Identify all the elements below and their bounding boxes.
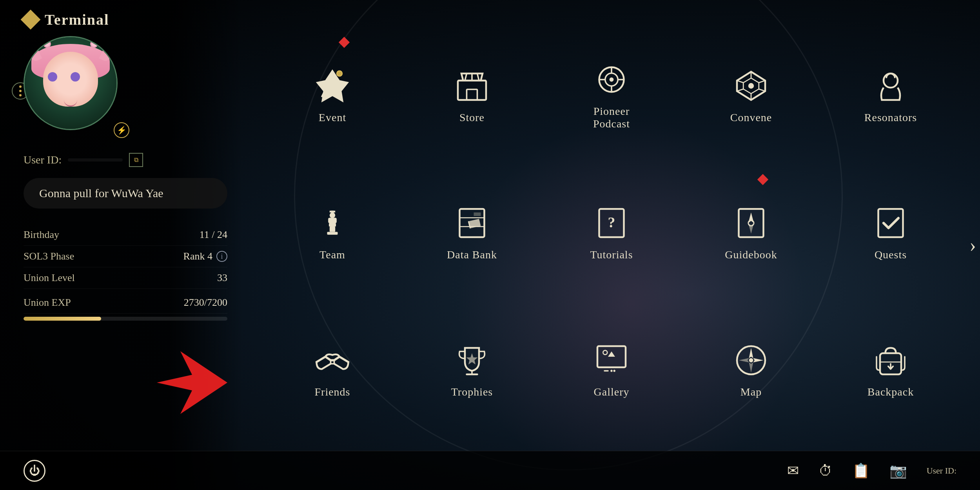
svg-rect-28	[329, 223, 336, 227]
exp-bar-fill	[24, 317, 101, 321]
data-bank-label: Data Bank	[447, 249, 497, 261]
stats-section: Birthday 11 / 24 SOL3 Phase Rank 4 i Uni…	[24, 224, 227, 321]
user-id-bottom-label: User ID:	[927, 466, 956, 476]
status-message: Gonna pull for WuWa Yae	[24, 178, 227, 209]
bottom-icons: ✉ ⏱ 📋 📷 User ID:	[787, 463, 956, 479]
svg-point-2	[337, 71, 342, 76]
birthday-value: 11 / 24	[200, 229, 227, 241]
menu-item-pioneer-podcast[interactable]: Pioneer Podcast	[546, 31, 677, 161]
power-button[interactable]: ⏻	[24, 460, 45, 482]
camera-icon: 📷	[889, 463, 907, 479]
store-icon	[454, 68, 490, 103]
data-bank-icon	[454, 205, 490, 241]
menu-item-trophies[interactable]: Trophies	[406, 306, 538, 435]
guidebook-icon	[733, 205, 769, 241]
guidebook-label: Guidebook	[725, 249, 777, 261]
menu-grid: Event Store	[259, 24, 964, 443]
tutorials-icon: ?	[594, 205, 629, 241]
resonators-icon	[873, 68, 908, 103]
avatar-badge[interactable]: ⚡	[114, 122, 129, 138]
union-exp-row: Union EXP 2730/7200	[24, 292, 227, 314]
menu-item-quests[interactable]: Quests	[825, 169, 956, 298]
menu-item-resonators[interactable]: Resonators	[825, 31, 956, 161]
union-level-label: Union Level	[24, 272, 75, 284]
terminal-diamond-icon	[21, 10, 41, 30]
svg-point-24	[748, 83, 754, 89]
event-icon	[315, 68, 350, 103]
birthday-label: Birthday	[24, 229, 59, 241]
clock-icon: ⏱	[818, 463, 833, 479]
user-id-value	[68, 158, 123, 162]
quests-icon	[873, 205, 908, 241]
menu-item-team[interactable]: Team	[267, 169, 398, 298]
svg-rect-27	[330, 227, 335, 232]
convene-label: Convene	[730, 111, 772, 124]
sol3-row: SOL3 Phase Rank 4 i	[24, 246, 227, 267]
camera-button[interactable]: 📷	[889, 463, 907, 479]
menu-item-tutorials[interactable]: ? Tutorials	[546, 169, 677, 298]
pioneer-podcast-label: Pioneer Podcast	[593, 105, 630, 130]
gallery-label: Gallery	[594, 386, 630, 398]
log-icon: 📋	[852, 463, 870, 479]
backpack-icon	[873, 343, 908, 378]
svg-point-49	[603, 350, 607, 355]
svg-rect-32	[330, 211, 335, 213]
menu-item-backpack[interactable]: Backpack	[825, 306, 956, 435]
svg-rect-29	[328, 218, 337, 223]
svg-marker-55	[749, 362, 753, 372]
svg-rect-43	[878, 209, 903, 237]
union-exp-value: 2730/7200	[184, 297, 227, 309]
menu-item-gallery[interactable]: Gallery	[546, 306, 677, 435]
mail-button[interactable]: ✉	[787, 463, 799, 479]
svg-line-23	[737, 81, 743, 83]
user-id-label: User ID:	[24, 154, 62, 166]
birthday-row: Birthday 11 / 24	[24, 224, 227, 246]
log-button[interactable]: 📋	[852, 463, 870, 479]
sol3-label: SOL3 Phase	[24, 250, 74, 262]
svg-point-11	[610, 78, 614, 82]
menu-item-guidebook[interactable]: Guidebook	[685, 169, 817, 298]
union-level-value: 33	[217, 272, 227, 284]
svg-marker-48	[608, 352, 615, 357]
svg-marker-46	[466, 353, 478, 365]
menu-item-data-bank[interactable]: Data Bank	[406, 169, 538, 298]
dot-3	[19, 94, 22, 96]
svg-point-42	[748, 220, 754, 226]
pioneer-podcast-icon	[594, 62, 629, 97]
bottom-bar: ⏻ ✉ ⏱ 📋 📷 User ID:	[0, 451, 980, 490]
sol3-value: Rank 4 i	[183, 250, 227, 262]
svg-marker-54	[749, 348, 753, 358]
svg-marker-56	[739, 358, 749, 363]
menu-item-event[interactable]: Event	[267, 31, 398, 161]
menu-item-map[interactable]: Map	[685, 306, 817, 435]
svg-rect-26	[327, 232, 338, 235]
tutorials-label: Tutorials	[590, 249, 633, 261]
svg-rect-8	[467, 89, 477, 100]
backpack-label: Backpack	[867, 386, 914, 398]
clock-button[interactable]: ⏱	[818, 463, 833, 479]
menu-item-friends[interactable]: Friends	[267, 306, 398, 435]
right-navigation-arrow[interactable]: ›	[965, 226, 980, 264]
avatar[interactable]	[24, 36, 118, 130]
svg-line-19	[759, 81, 765, 83]
svg-line-6	[477, 74, 479, 81]
svg-marker-1	[317, 70, 348, 102]
terminal-title: Terminal	[45, 11, 109, 28]
menu-item-store[interactable]: Store	[406, 31, 538, 161]
event-label: Event	[319, 111, 346, 124]
menu-item-convene[interactable]: Convene	[685, 31, 817, 161]
svg-rect-4	[458, 81, 486, 100]
dot-2	[19, 90, 22, 92]
quests-label: Quests	[875, 249, 907, 261]
copy-user-id-button[interactable]: ⧉	[129, 153, 143, 167]
svg-point-52	[613, 370, 615, 372]
friends-label: Friends	[315, 386, 350, 398]
terminal-header: Terminal	[0, 0, 243, 36]
team-icon	[315, 205, 350, 241]
svg-marker-57	[753, 358, 763, 363]
resonators-label: Resonators	[864, 111, 917, 124]
trophies-icon	[454, 343, 490, 378]
gallery-icon	[594, 343, 629, 378]
sol3-info-icon[interactable]: i	[216, 251, 227, 262]
dot-1	[19, 85, 22, 88]
